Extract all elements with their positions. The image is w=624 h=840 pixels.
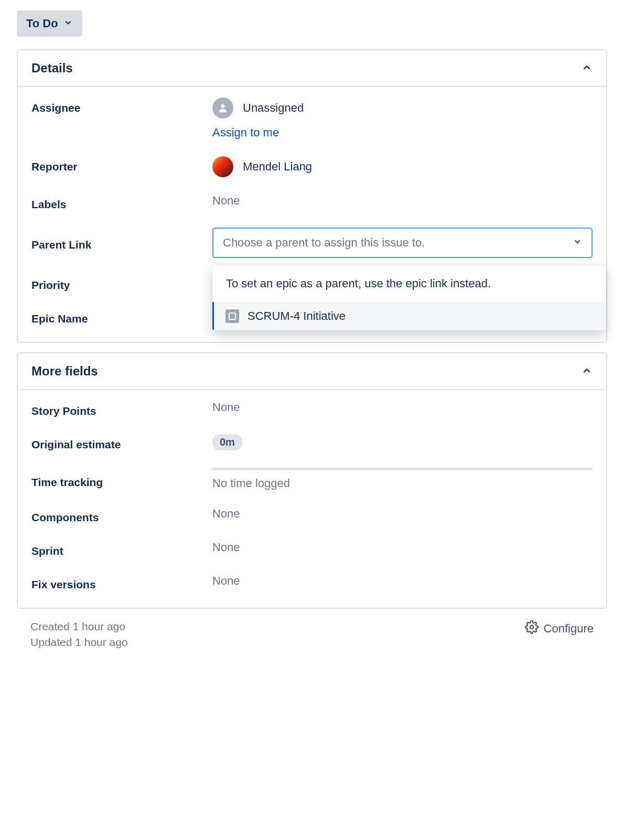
field-components: Components None bbox=[31, 499, 593, 532]
svg-point-0 bbox=[221, 104, 224, 108]
field-time-tracking: Time tracking No time logged bbox=[31, 459, 593, 499]
avatar bbox=[212, 156, 233, 177]
components-value[interactable]: None bbox=[212, 507, 593, 521]
components-label: Components bbox=[31, 507, 212, 524]
assignee-text: Unassigned bbox=[243, 101, 304, 115]
sprint-value[interactable]: None bbox=[212, 541, 593, 554]
timestamps: Created 1 hour ago Updated 1 hour ago bbox=[30, 620, 128, 652]
time-tracking-label: Time tracking bbox=[31, 468, 212, 489]
fix-versions-label: Fix versions bbox=[31, 574, 212, 591]
created-timestamp: Created 1 hour ago bbox=[30, 620, 128, 633]
story-points-value[interactable]: None bbox=[212, 401, 593, 414]
configure-button[interactable]: Configure bbox=[525, 620, 594, 637]
more-fields-title: More fields bbox=[31, 364, 98, 379]
updated-timestamp: Updated 1 hour ago bbox=[30, 636, 128, 649]
epic-name-label: Epic Name bbox=[31, 308, 212, 325]
field-fix-versions: Fix versions None bbox=[31, 566, 593, 602]
details-panel: Details Assignee Unassigned Assign to me bbox=[17, 49, 607, 343]
chevron-down-icon bbox=[63, 17, 73, 30]
svg-point-1 bbox=[530, 626, 533, 629]
original-estimate-label: Original estimate bbox=[31, 434, 212, 451]
assign-to-me-link[interactable]: Assign to me bbox=[212, 126, 279, 139]
parent-link-dropdown-help: To set an epic as a parent, use the epic… bbox=[212, 265, 606, 302]
sprint-label: Sprint bbox=[31, 541, 212, 557]
labels-value[interactable]: None bbox=[212, 194, 593, 208]
more-fields-panel: More fields Story Points None Original e… bbox=[17, 352, 607, 609]
chevron-down-icon bbox=[573, 236, 582, 250]
initiative-icon bbox=[225, 309, 239, 323]
field-assignee: Assignee Unassigned Assign to me bbox=[31, 89, 593, 148]
story-points-label: Story Points bbox=[31, 401, 212, 417]
chevron-up-icon bbox=[581, 365, 593, 378]
time-tracking-bar bbox=[212, 468, 593, 470]
field-story-points: Story Points None bbox=[31, 392, 593, 426]
parent-link-dropdown: To set an epic as a parent, use the epic… bbox=[212, 265, 606, 330]
details-title: Details bbox=[31, 61, 73, 76]
parent-link-option[interactable]: SCRUM-4 Initiative bbox=[212, 302, 606, 330]
parent-link-select[interactable]: Choose a parent to assign this issue to. bbox=[212, 228, 593, 258]
person-icon bbox=[212, 98, 233, 119]
assignee-value[interactable]: Unassigned bbox=[212, 98, 593, 119]
time-tracking-text: No time logged bbox=[212, 477, 290, 490]
original-estimate-value[interactable]: 0m bbox=[212, 434, 593, 450]
reporter-text: Mendel Liang bbox=[243, 160, 312, 174]
fix-versions-value[interactable]: None bbox=[212, 574, 593, 588]
status-label: To Do bbox=[26, 17, 58, 30]
assignee-label: Assignee bbox=[31, 98, 212, 114]
footer: Created 1 hour ago Updated 1 hour ago Co… bbox=[17, 609, 607, 652]
more-fields-header[interactable]: More fields bbox=[18, 353, 606, 390]
field-original-estimate: Original estimate 0m bbox=[31, 426, 593, 459]
labels-label: Labels bbox=[31, 194, 212, 211]
parent-link-label: Parent Link bbox=[31, 234, 212, 251]
details-header[interactable]: Details bbox=[18, 50, 606, 87]
priority-label: Priority bbox=[31, 275, 212, 292]
chevron-up-icon bbox=[581, 62, 593, 75]
field-labels: Labels None bbox=[31, 186, 593, 219]
configure-label: Configure bbox=[544, 622, 594, 636]
time-tracking-value[interactable]: No time logged bbox=[212, 468, 593, 490]
parent-link-option-label: SCRUM-4 Initiative bbox=[248, 309, 346, 323]
field-reporter: Reporter Mendel Liang bbox=[31, 148, 593, 186]
gear-icon bbox=[525, 620, 539, 637]
status-button[interactable]: To Do bbox=[17, 10, 82, 37]
reporter-value[interactable]: Mendel Liang bbox=[212, 156, 593, 177]
field-sprint: Sprint None bbox=[31, 532, 593, 566]
estimate-badge: 0m bbox=[212, 434, 242, 450]
reporter-label: Reporter bbox=[31, 156, 212, 173]
field-parent-link: Parent Link Choose a parent to assign th… bbox=[31, 219, 593, 266]
parent-link-placeholder: Choose a parent to assign this issue to. bbox=[223, 236, 425, 250]
